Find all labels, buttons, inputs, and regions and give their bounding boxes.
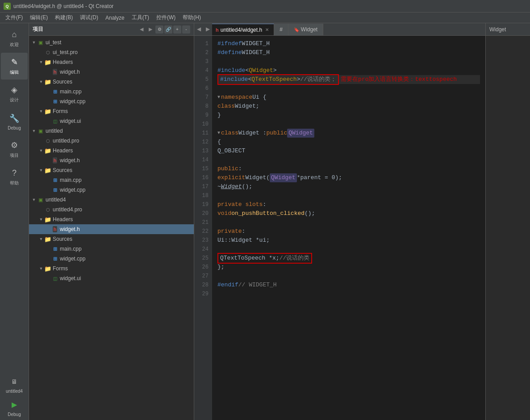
help-icon: ? [9,168,20,178]
cpp-file-icon: ⊞ [51,98,58,105]
tree-item-sources1[interactable]: ▼📁Sources [29,77,194,87]
line-num-14: 14 [194,155,209,164]
line-numbers: 1234567891011121314151617181920212223242… [194,36,212,420]
editor-tab-widget[interactable]: 🔖 Widget [288,24,323,35]
ui-file-icon: ◫ [51,118,58,125]
tree-item-untitled4_pro[interactable]: ⬡untitled4.pro [29,205,194,214]
menu-edit[interactable]: 编辑(E) [26,13,51,22]
nav-back-btn[interactable]: ◀ [138,25,146,34]
sidebar-item-help[interactable]: ? 帮助 [1,164,28,190]
tree-item-widget_h2[interactable]: hwidget.h [29,155,194,165]
tree-label: widget.cpp [60,187,192,193]
tab-label-widget-h: untitled4/widget.h [221,27,262,33]
sidebar-item-welcome[interactable]: ⌂ 欢迎 [1,25,28,52]
tree-item-headers1[interactable]: ▼📁Headers [29,57,194,67]
tree-item-main_cpp2[interactable]: ⊞main.cpp [29,175,194,185]
tree-arrow-headers2[interactable]: ▼ [38,147,44,154]
tree-item-forms2[interactable]: ▼📁Forms [29,264,194,273]
line-num-11: 11 [194,129,209,138]
code-line-26: }; [217,263,480,272]
cpp-file-icon: ⊞ [51,186,58,193]
menu-analyze[interactable]: Analyze [102,14,128,22]
sidebar-item-project[interactable]: ⚙ 项目 [1,136,28,163]
sidebar-item-edit[interactable]: ✎ 编辑 [1,53,28,80]
tree-item-sources3[interactable]: ▼📁Sources [29,234,194,244]
tree-item-untitled4[interactable]: ▼▣untitled4 [29,195,194,205]
tree-item-headers3[interactable]: ▼📁Headers [29,214,194,224]
menu-debug[interactable]: 调试(D) [76,13,102,22]
tree-arrow-sources1[interactable]: ▼ [38,79,44,85]
tree-item-main_cpp1[interactable]: ⊞main.cpp [29,87,194,97]
tree-arrow-sources2[interactable]: ▼ [38,167,44,173]
tree-item-widget_cpp3[interactable]: ⊞widget.cpp [29,254,194,264]
code-line-15: public: [217,164,480,173]
tree-arrow-sources3[interactable]: ▼ [38,236,44,242]
tree-arrow-untitled4[interactable]: ▼ [31,197,37,203]
tree-label: main.cpp [60,88,192,95]
tree-item-ui_test[interactable]: ▼▣ui_test [29,38,194,47]
sidebar-item-design[interactable]: ◈ 设计 [1,80,28,107]
outline-content [486,36,530,420]
menu-controls[interactable]: 控件(W) [153,13,179,22]
tree-item-forms1[interactable]: ▼📁Forms [29,106,194,116]
tree-item-widget_cpp1[interactable]: ⊞widget.cpp [29,97,194,106]
code-line-21 [217,218,480,227]
tree-label: widget.h [60,157,192,164]
editor-tab-widget-h[interactable]: h untitled4/widget.h ✕ [212,24,274,35]
tree-item-headers2[interactable]: ▼📁Headers [29,146,194,155]
tree-arrow-forms1[interactable]: ▼ [38,108,44,114]
headers-folder-icon: 📁 [44,59,51,66]
tree-arrow-headers1[interactable]: ▼ [38,59,44,65]
tree-arrow-untitled[interactable]: ▼ [31,128,37,134]
collapse-btn[interactable]: - [182,25,190,34]
code-line-17: ~Widget(); [217,182,480,191]
tab-icon-widget: 🔖 [294,27,299,32]
collapse-arrow-11[interactable]: ▼ [217,129,220,138]
nav-fwd-btn[interactable]: ▶ [146,25,154,34]
tree-label: Forms [53,265,192,272]
menu-build[interactable]: 构建(B) [51,13,76,22]
line-num-7: 7 [194,93,209,102]
tree-item-widget_ui2[interactable]: ◫widget.ui [29,273,194,283]
menu-tools[interactable]: 工具(T) [128,13,153,22]
tree-label: widget.cpp [60,256,192,262]
menu-help[interactable]: 帮助(H) [179,13,204,22]
code-content[interactable]: #ifndef WIDGET_H#define WIDGET_H#include… [212,36,485,420]
tree-label: Sources [53,79,192,85]
tree-label: widget.ui [60,275,192,281]
tab-close-widget-h[interactable]: ✕ [264,27,270,33]
tree-item-widget_h1[interactable]: hwidget.h [29,67,194,77]
code-line-22: private: [217,227,480,236]
code-line-1: #ifndef WIDGET_H [217,39,480,48]
tree-arrow-headers3[interactable]: ▼ [38,216,44,223]
tree-item-widget_cpp2[interactable]: ⊞widget.cpp [29,185,194,195]
code-line-4: #include <QWidget> [217,66,480,75]
tree-item-ui_test_pro[interactable]: ⬡ui_test.pro [29,47,194,57]
tree-item-sources2[interactable]: ▼📁Sources [29,165,194,175]
cpp-file-icon: ⊞ [51,245,58,252]
collapse-arrow-7[interactable]: ▼ [217,93,220,102]
tree-arrow-ui_test[interactable]: ▼ [31,39,37,46]
code-line-12: { [217,138,480,147]
filter-btn[interactable]: ⚙ [155,25,163,34]
tree-arrow-forms2[interactable]: ▼ [38,265,44,272]
tree-item-main_cpp3[interactable]: ⊞main.cpp [29,244,194,254]
play-icon: ▶ [9,399,20,410]
headers-folder-icon: 📁 [44,216,51,223]
link-btn[interactable]: 🔗 [164,25,172,34]
window-title: untitled4/widget.h @ untitled4 - Qt Crea… [13,3,113,9]
sidebar-item-debug[interactable]: 🔧 Debug [1,108,28,135]
line-num-6: 6 [194,84,209,93]
menu-file[interactable]: 文件(F) [2,13,26,22]
sidebar-item-untitled4[interactable]: 🖥 untitled4 [1,374,28,396]
tree-item-widget_ui1[interactable]: ◫widget.ui [29,116,194,126]
sidebar-item-debug-bottom[interactable]: ▶ Debug [1,397,28,419]
tree-item-widget_h3[interactable]: hwidget.h [29,224,194,234]
line-num-5: 5 [194,75,209,84]
tab-nav-fwd[interactable]: ▶ [203,23,212,35]
tree-item-untitled_pro[interactable]: ⬡untitled.pro [29,136,194,146]
expand-btn[interactable]: + [173,25,181,34]
tab-nav-back[interactable]: ◀ [194,23,203,35]
tree-item-untitled[interactable]: ▼▣untitled [29,126,194,136]
editor-tab-hash[interactable]: # [274,24,288,35]
